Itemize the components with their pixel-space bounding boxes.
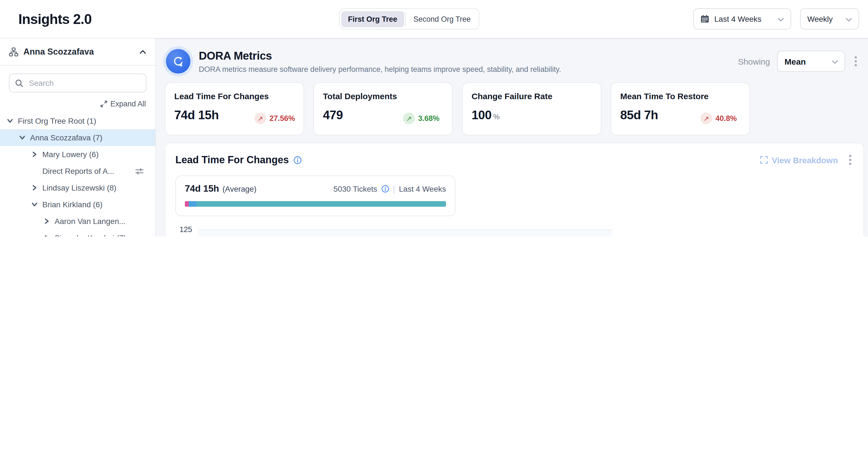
trend-up-arrow-icon: ↗ — [403, 113, 415, 124]
tree-item[interactable]: Direct Reports of A... — [0, 163, 155, 179]
info-icon[interactable] — [381, 185, 389, 193]
expand-all-button[interactable]: Expand All — [9, 100, 146, 108]
tree-item[interactable]: Sireesha Kunduri (7) — [0, 230, 155, 237]
main-area: DORA Metrics DORA metrics measure softwa… — [156, 38, 868, 237]
tree-item[interactable]: First Org Tree Root (1) — [0, 113, 155, 129]
tree-item-label: Lindsay Liszewski (8) — [42, 183, 116, 192]
dora-more-menu[interactable] — [852, 54, 859, 68]
plot-area — [198, 230, 613, 237]
trend-badge: ↗ 3.68% — [403, 113, 440, 124]
chevron-right-icon[interactable] — [6, 116, 14, 125]
bar-1[interactable] — [198, 230, 302, 237]
metric-card-mean-time-to-restore: Mean Time To Restore 85d 7h ↗ 40.8% — [611, 83, 750, 136]
top-bar: Insights 2.0 First Org Tree Second Org T… — [0, 0, 868, 38]
search-input[interactable] — [28, 78, 140, 88]
metric-value: 100% — [472, 108, 592, 123]
info-icon[interactable] — [293, 156, 302, 164]
metric-title: Mean Time To Restore — [620, 91, 741, 101]
calendar-icon — [701, 14, 709, 23]
org-tree: First Org Tree Root (1) Anna Scozzafava … — [0, 113, 155, 237]
tree-item[interactable]: Brian Kirkland (6) — [0, 196, 155, 213]
tree-item-label: Sireesha Kunduri (7) — [55, 233, 126, 237]
lead-time-chart-card: Lead Time For Changes View Breakdown — [165, 143, 864, 237]
trend-value: 3.68% — [418, 114, 440, 123]
date-range-value: Last 4 Weeks — [714, 14, 762, 23]
summary-meta: 5030 Tickets | Last 4 Weeks — [334, 184, 446, 193]
expand-corners-icon — [760, 156, 768, 164]
toggle-first-org-tree[interactable]: First Org Tree — [341, 11, 404, 27]
trend-up-arrow-icon: ↗ — [254, 113, 266, 124]
chart-header: Lead Time For Changes View Breakdown — [175, 153, 854, 167]
metric-cards: Lead Time For Changes 74d 15h ↗ 27.56% T… — [165, 83, 859, 136]
metric-unit: % — [493, 113, 500, 121]
trend-value: 27.56% — [270, 114, 295, 123]
org-tree-toggle: First Org Tree Second Org Tree — [339, 8, 479, 30]
tree-item-label: Anna Scozzafava (7) — [30, 133, 102, 142]
tree-item-label: Brian Kirkland (6) — [42, 200, 102, 209]
chevron-down-icon — [832, 56, 838, 66]
expand-all-icon — [100, 100, 107, 108]
tree-item[interactable]: Aaron Van Langen... — [0, 213, 155, 230]
dora-description: DORA metrics measure software delivery p… — [199, 65, 561, 73]
bar-3[interactable] — [405, 230, 509, 237]
expand-all-label: Expand All — [110, 100, 146, 108]
chevron-up-icon[interactable] — [139, 49, 147, 54]
granularity-select[interactable]: Weekly — [800, 8, 859, 30]
app-root: Insights 2.0 First Org Tree Second Org T… — [0, 0, 868, 237]
sidebar-user-name: Anna Scozzafava — [23, 47, 94, 57]
metric-card-lead-time: Lead Time For Changes 74d 15h ↗ 27.56% — [165, 83, 304, 136]
dora-header-controls: Showing Mean — [738, 51, 859, 72]
metric-title: Lead Time For Changes — [174, 91, 294, 101]
chevron-right-icon[interactable] — [42, 217, 51, 226]
divider: | — [393, 184, 395, 193]
org-hierarchy-icon — [9, 47, 19, 57]
bar-4[interactable] — [509, 230, 613, 237]
tree-item[interactable]: Mary Lowery (6) — [0, 146, 155, 163]
date-range-select[interactable]: Last 4 Weeks — [693, 8, 791, 30]
showing-value: Mean — [784, 57, 806, 66]
filter-sliders-icon[interactable] — [135, 168, 144, 175]
chevron-right-icon[interactable] — [42, 233, 51, 237]
granularity-value: Weekly — [807, 14, 833, 23]
toggle-divider — [405, 12, 406, 26]
average-value: 74d 15h — [185, 183, 219, 194]
metric-title: Change Failure Rate — [472, 91, 592, 101]
average-summary-box: 74d 15h (Average) 5030 Tickets | Last 4 … — [175, 176, 456, 216]
search-icon — [15, 79, 23, 87]
bar-2[interactable] — [302, 230, 405, 237]
chevron-right-icon[interactable] — [18, 133, 27, 142]
trend-value: 40.8% — [715, 114, 737, 123]
average-suffix: (Average) — [222, 184, 256, 193]
tree-item-label: First Org Tree Root (1) — [18, 116, 96, 125]
review-segment — [189, 201, 196, 207]
dora-header: DORA Metrics DORA metrics measure softwa… — [166, 49, 859, 73]
chart-more-menu[interactable] — [847, 153, 854, 167]
toggle-second-org-tree[interactable]: Second Org Tree — [407, 11, 477, 27]
metric-card-change-failure-rate: Change Failure Rate 100% — [462, 83, 601, 136]
dora-title: DORA Metrics — [199, 49, 561, 62]
tree-item[interactable]: Lindsay Liszewski (8) — [0, 179, 155, 196]
chevron-down-icon — [778, 14, 784, 24]
y-tick-label: 125 — [180, 225, 192, 234]
chevron-right-icon[interactable] — [30, 200, 39, 209]
showing-select[interactable]: Mean — [777, 51, 845, 72]
trend-up-arrow-icon: ↗ — [701, 113, 712, 124]
trend-badge: ↗ 27.56% — [254, 113, 295, 124]
search-box — [9, 73, 147, 92]
tree-item-label: Aaron Van Langen... — [55, 217, 126, 226]
bars-container — [198, 230, 613, 237]
dora-cycle-icon — [166, 49, 190, 73]
bar-chart: 0255075100125 — [175, 230, 854, 237]
tree-item[interactable]: Anna Scozzafava (7) — [0, 129, 155, 146]
tree-item-label: Direct Reports of A... — [42, 167, 114, 176]
chevron-right-icon[interactable] — [30, 150, 39, 159]
chart-title: Lead Time For Changes — [175, 154, 302, 166]
chevron-right-icon[interactable] — [30, 183, 39, 192]
sidebar-header: Anna Scozzafava — [0, 38, 155, 66]
view-breakdown-button[interactable]: View Breakdown — [760, 155, 838, 165]
chart-header-controls: View Breakdown — [760, 153, 854, 167]
planning-segment — [185, 201, 189, 207]
deployment-segment — [196, 201, 446, 207]
app-title: Insights 2.0 — [19, 11, 92, 27]
tickets-count: 5030 Tickets — [334, 184, 377, 193]
